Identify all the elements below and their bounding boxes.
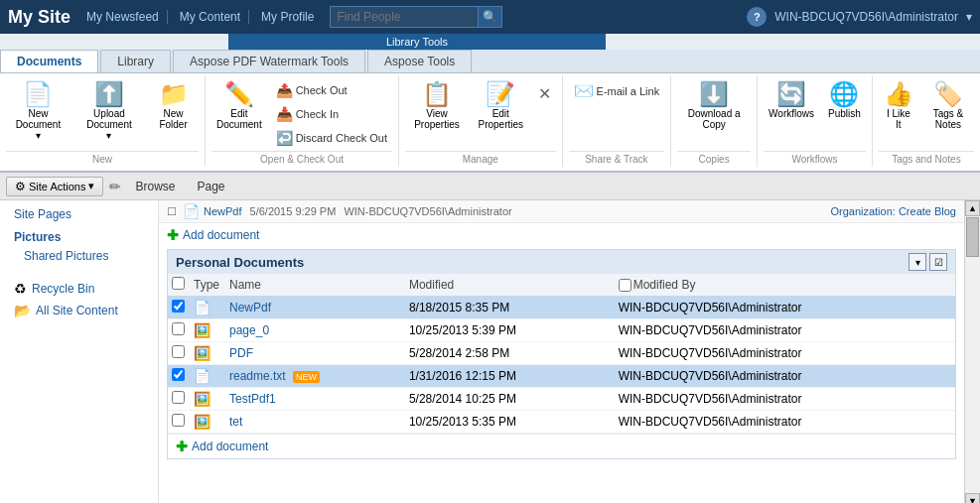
file-name-link[interactable]: tet bbox=[229, 415, 242, 429]
download-copy-button[interactable]: ⬇️ Download a Copy bbox=[677, 77, 751, 133]
modified-by-checkbox[interactable] bbox=[619, 279, 631, 292]
row-modified-by-cell: WIN-BDCUQ7VD56I\Administrator bbox=[613, 411, 955, 434]
check-in-button[interactable]: 📥 Check In bbox=[271, 103, 392, 125]
select-all-checkbox[interactable] bbox=[172, 277, 185, 290]
tab-aspose-tools[interactable]: Aspose Tools bbox=[367, 50, 472, 72]
view-properties-icon: 📋 bbox=[422, 80, 452, 108]
discard-checkout-button[interactable]: ↩️ Discard Check Out bbox=[271, 127, 392, 149]
tab-library[interactable]: Library bbox=[100, 50, 171, 72]
upload-document-button[interactable]: ⬆️ Upload Document▾ bbox=[72, 77, 146, 144]
library-tools-bar: Library Tools bbox=[0, 34, 980, 50]
nav-link-myprofile[interactable]: My Profile bbox=[257, 10, 318, 24]
row-modified-by-cell: WIN-BDCUQ7VD56I\Administrator bbox=[613, 297, 955, 319]
add-document-link-bottom[interactable]: ✚ Add document bbox=[168, 434, 955, 458]
ribbon-group-workflows-label: Workflows bbox=[764, 151, 866, 165]
file-name-link[interactable]: readme.txt bbox=[229, 369, 286, 383]
file-name-link[interactable]: TestPdf1 bbox=[229, 392, 276, 406]
top-file-checkbox[interactable]: ☐ bbox=[167, 205, 177, 218]
search-box: 🔍 bbox=[330, 6, 502, 28]
help-button[interactable]: ? bbox=[747, 7, 767, 27]
new-document-button[interactable]: 📄 New Document▾ bbox=[6, 77, 70, 144]
upload-document-label: Upload Document▾ bbox=[77, 108, 141, 141]
shared-pictures-item[interactable]: Shared Pictures bbox=[0, 246, 158, 266]
nav-link-newsfeed[interactable]: My Newsfeed bbox=[82, 10, 168, 24]
user-dropdown-icon[interactable]: ▾ bbox=[966, 10, 972, 24]
upload-document-icon: ⬆️ bbox=[94, 80, 124, 108]
page-label[interactable]: Page bbox=[190, 180, 233, 193]
row-checkbox[interactable] bbox=[172, 368, 185, 381]
publish-button[interactable]: 🌐 Publish bbox=[823, 77, 866, 122]
new-folder-label: New Folder bbox=[153, 108, 194, 130]
scroll-down-btn[interactable]: ▼ bbox=[965, 493, 980, 503]
org-link[interactable]: Organization: Create Blog bbox=[830, 205, 956, 217]
all-site-content-label: All Site Content bbox=[36, 304, 118, 317]
ribbon-group-workflows-items: 🔄 Workflows 🌐 Publish bbox=[764, 77, 866, 149]
row-checkbox-cell bbox=[168, 297, 190, 319]
all-site-content-item[interactable]: 📂 All Site Content bbox=[0, 300, 158, 321]
tags-notes-button[interactable]: 🏷️ Tags & Notes bbox=[922, 77, 974, 133]
row-checkbox[interactable] bbox=[172, 414, 185, 427]
personal-docs-controls: ▾ ☑ bbox=[909, 253, 947, 271]
download-copy-label: Download a Copy bbox=[682, 108, 746, 130]
ribbon-group-manage-label: Manage bbox=[405, 151, 556, 165]
top-file-name[interactable]: NewPdf bbox=[204, 205, 242, 217]
close-x-button[interactable]: ✕ bbox=[533, 81, 556, 106]
site-pages-item[interactable]: Site Pages bbox=[0, 204, 158, 224]
file-type-icon: 🖼️ bbox=[194, 345, 210, 361]
discard-checkout-icon: ↩️ bbox=[276, 130, 293, 146]
nav-link-mycontent[interactable]: My Content bbox=[176, 10, 249, 24]
edit-document-label: Edit Document bbox=[216, 108, 262, 130]
site-actions-button[interactable]: ⚙ Site Actions ▾ bbox=[6, 177, 103, 196]
row-checkbox[interactable] bbox=[172, 391, 185, 404]
file-type-icon: 📄 bbox=[194, 300, 210, 315]
edit-properties-button[interactable]: 📝 Edit Properties bbox=[471, 77, 531, 133]
ribbon-group-tags-items: 👍 I Like It 🏷️ Tags & Notes bbox=[879, 77, 974, 149]
scroll-thumb[interactable] bbox=[966, 217, 979, 257]
pd-check-btn[interactable]: ☑ bbox=[929, 253, 947, 271]
tab-aspose-watermark[interactable]: Aspose PDF Watermark Tools bbox=[173, 50, 365, 72]
table-row: 📄 readme.txt NEW 1/31/2016 12:15 PM WIN-… bbox=[168, 365, 955, 388]
tab-documents[interactable]: Documents bbox=[0, 50, 98, 72]
row-modified-by-cell: WIN-BDCUQ7VD56I\Administrator bbox=[613, 365, 955, 388]
row-checkbox[interactable] bbox=[172, 300, 185, 313]
row-checkbox-cell bbox=[168, 342, 190, 365]
i-like-it-button[interactable]: 👍 I Like It bbox=[879, 77, 918, 133]
add-document-link-top[interactable]: ✚ Add document bbox=[159, 223, 964, 247]
ribbon-group-new: 📄 New Document▾ ⬆️ Upload Document▾ 📁 Ne… bbox=[0, 75, 206, 167]
recycle-bin-item[interactable]: ♻ Recycle Bin bbox=[0, 278, 158, 300]
add-document-plus-icon-top: ✚ bbox=[167, 227, 179, 243]
row-modified-by-cell: WIN-BDCUQ7VD56I\Administrator bbox=[613, 388, 955, 411]
scroll-up-btn[interactable]: ▲ bbox=[965, 200, 980, 216]
new-document-label: New Document▾ bbox=[11, 108, 66, 141]
row-modified-cell: 8/18/2015 8:35 PM bbox=[403, 297, 613, 319]
file-name-link[interactable]: PDF bbox=[229, 346, 253, 360]
row-type-cell: 📄 bbox=[190, 297, 223, 319]
find-people-input[interactable] bbox=[330, 6, 479, 28]
pd-dropdown-btn[interactable]: ▾ bbox=[909, 253, 926, 271]
edit-icon[interactable]: ✏ bbox=[109, 179, 121, 194]
personal-documents-box: Personal Documents ▾ ☑ Type Name Modifie… bbox=[167, 249, 956, 459]
row-type-cell: 📄 bbox=[190, 365, 223, 388]
view-properties-button[interactable]: 📋 View Properties bbox=[405, 77, 469, 133]
new-folder-button[interactable]: 📁 New Folder bbox=[148, 77, 199, 133]
row-name-cell: TestPdf1 bbox=[223, 388, 403, 411]
workflows-label: Workflows bbox=[769, 108, 814, 119]
add-document-label-bottom: Add document bbox=[192, 440, 268, 453]
email-link-button[interactable]: ✉️ E-mail a Link bbox=[569, 77, 665, 104]
row-name-cell: PDF bbox=[223, 342, 403, 365]
browse-label[interactable]: Browse bbox=[127, 180, 183, 193]
row-checkbox[interactable] bbox=[172, 345, 185, 358]
search-button[interactable]: 🔍 bbox=[479, 6, 502, 28]
file-name-link[interactable]: NewPdf bbox=[229, 301, 271, 314]
row-checkbox-cell bbox=[168, 411, 190, 434]
col-modified[interactable]: Modified bbox=[403, 274, 613, 297]
file-name-link[interactable]: page_0 bbox=[229, 323, 269, 337]
ribbon-group-tags-label: Tags and Notes bbox=[879, 151, 974, 165]
check-out-button[interactable]: 📤 Check Out bbox=[271, 79, 392, 101]
ribbon-tabs-row: Documents Library Aspose PDF Watermark T… bbox=[0, 50, 980, 72]
col-name[interactable]: Name bbox=[223, 274, 403, 297]
top-file-date: 5/6/2015 9:29 PM bbox=[250, 205, 337, 217]
row-checkbox[interactable] bbox=[172, 322, 185, 335]
edit-document-button[interactable]: ✏️ Edit Document bbox=[211, 77, 267, 133]
workflows-button[interactable]: 🔄 Workflows bbox=[764, 77, 819, 122]
